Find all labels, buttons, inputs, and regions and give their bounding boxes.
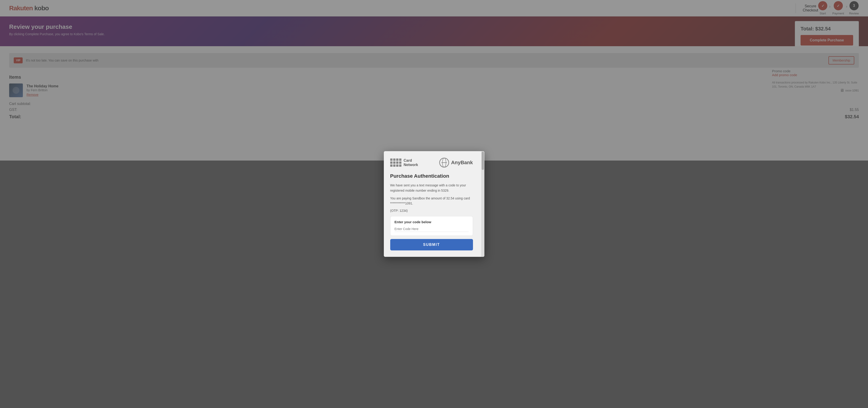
modal-otp-hint: (OTP: 1234) bbox=[390, 209, 473, 212]
grid-dot bbox=[390, 165, 393, 167]
grid-dot bbox=[393, 165, 396, 167]
modal-scrollbar-thumb[interactable] bbox=[482, 152, 484, 170]
grid-dot bbox=[399, 158, 401, 161]
submit-button[interactable]: SUBMIT bbox=[390, 239, 473, 251]
card-network-text: Card Network bbox=[404, 158, 418, 167]
anybank-icon bbox=[439, 157, 449, 168]
modal-overlay: Card Network AnyBank Purchase Authentica… bbox=[0, 0, 868, 408]
card-network-logo: Card Network bbox=[390, 158, 418, 167]
modal-scrollbar-track[interactable] bbox=[481, 151, 485, 257]
grid-dot bbox=[393, 162, 396, 164]
anybank-logo: AnyBank bbox=[439, 157, 473, 168]
grid-dot bbox=[393, 158, 396, 161]
grid-dot bbox=[396, 162, 399, 164]
grid-dot bbox=[390, 158, 393, 161]
modal-body-text-1: We have sent you a text message with a c… bbox=[390, 183, 473, 193]
purchase-authentication-modal: Card Network AnyBank Purchase Authentica… bbox=[384, 151, 485, 257]
modal-logos: Card Network AnyBank bbox=[390, 157, 473, 168]
grid-dot bbox=[399, 165, 401, 167]
grid-dot bbox=[399, 162, 401, 164]
grid-dot bbox=[396, 165, 399, 167]
grid-dot bbox=[396, 158, 399, 161]
anybank-text: AnyBank bbox=[451, 159, 473, 166]
code-section-label: Enter your code below bbox=[395, 220, 469, 224]
card-network-grid-icon bbox=[390, 158, 401, 167]
code-input-section: Enter your code below bbox=[390, 216, 473, 236]
modal-inner: Card Network AnyBank Purchase Authentica… bbox=[384, 151, 485, 257]
modal-body-text-2: You are paying Sandbox the amount of 32.… bbox=[390, 196, 473, 206]
grid-dot bbox=[390, 162, 393, 164]
code-input[interactable] bbox=[395, 226, 469, 232]
modal-heading: Purchase Authentication bbox=[390, 173, 473, 179]
